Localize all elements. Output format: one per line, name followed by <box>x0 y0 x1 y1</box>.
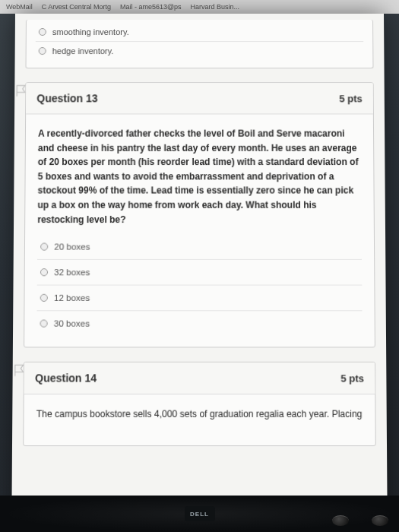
option-label: 32 boxes <box>54 268 90 277</box>
dell-logo: DELL <box>185 506 215 521</box>
option-label: hedge inventory. <box>52 46 114 55</box>
hardware-button <box>332 515 349 526</box>
question-13-card: Question 13 5 pts A recently-divorced fa… <box>24 82 375 347</box>
question-points: 5 pts <box>340 372 364 384</box>
question-text: The campus bookstore sells 4,000 sets of… <box>24 394 375 445</box>
question-title: Question 13 <box>36 92 97 104</box>
previous-question-card: smoothing inventory. hedge inventory. <box>26 20 374 68</box>
prev-option-smoothing[interactable]: smoothing inventory. <box>36 23 363 41</box>
flag-icon[interactable] <box>14 82 28 99</box>
laptop-buttons <box>332 515 388 526</box>
option-label: 20 boxes <box>54 242 90 252</box>
prev-option-hedge[interactable]: hedge inventory. <box>36 41 364 60</box>
option-32-boxes[interactable]: 32 boxes <box>37 259 362 285</box>
tab-mail[interactable]: Mail - ame5613@ps <box>117 3 185 11</box>
radio-icon <box>40 294 48 302</box>
option-label: 30 boxes <box>54 319 90 328</box>
option-20-boxes[interactable]: 20 boxes <box>37 234 362 259</box>
option-label: 12 boxes <box>54 293 90 302</box>
hardware-button <box>372 515 388 526</box>
quiz-page: smoothing inventory. hedge inventory. Qu… <box>11 14 388 532</box>
laptop-bezel: DELL <box>0 496 399 532</box>
question-14-card: Question 14 5 pts The campus bookstore s… <box>23 362 376 446</box>
browser-tab-bar: WebMail C Arvest Central Mortg Mail - am… <box>0 0 399 14</box>
radio-icon <box>39 28 46 36</box>
question-options: 20 boxes 32 boxes 12 boxes 30 boxes <box>24 234 375 347</box>
tab-webmail[interactable]: WebMail <box>3 3 36 11</box>
radio-icon <box>40 320 48 328</box>
option-30-boxes[interactable]: 30 boxes <box>36 310 362 336</box>
option-label: smoothing inventory. <box>52 27 129 36</box>
question-text: A recently-divorced father checks the le… <box>25 114 374 234</box>
option-12-boxes[interactable]: 12 boxes <box>37 285 363 311</box>
flag-icon[interactable] <box>13 362 27 379</box>
question-header: Question 13 5 pts <box>26 83 373 114</box>
question-title: Question 14 <box>35 372 97 384</box>
tab-arvest[interactable]: C Arvest Central Mortg <box>39 3 114 11</box>
tab-harvard[interactable]: Harvard Busin... <box>188 3 243 11</box>
question-header: Question 14 5 pts <box>24 363 375 394</box>
radio-icon <box>40 268 48 276</box>
radio-icon <box>39 47 46 55</box>
question-points: 5 pts <box>339 93 363 104</box>
radio-icon <box>40 243 48 251</box>
